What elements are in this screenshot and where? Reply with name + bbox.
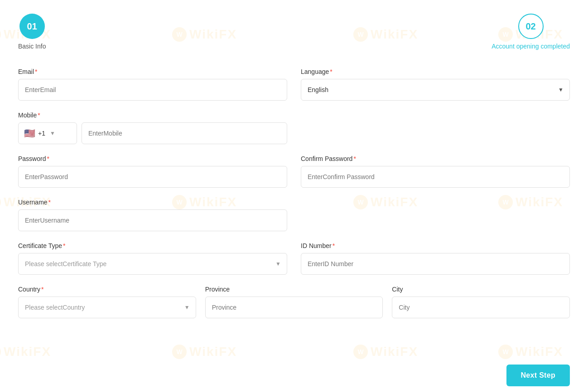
email-required: *	[35, 68, 37, 75]
id-number-group: ID Number*	[301, 242, 570, 275]
province-input[interactable]	[205, 297, 383, 318]
next-step-button[interactable]: Next Step	[506, 365, 570, 386]
mobile-label: Mobile*	[18, 112, 287, 119]
certificate-type-select[interactable]: Please selectCertificate Type Passport I…	[18, 253, 287, 275]
mobile-row: 🇺🇸 +1 ▼	[18, 122, 287, 144]
province-label: Province	[205, 286, 383, 293]
flag-icon: 🇺🇸	[24, 128, 35, 139]
certificate-type-select-wrapper: Please selectCertificate Type Passport I…	[18, 253, 287, 275]
country-label: Country*	[18, 286, 196, 293]
id-number-label: ID Number*	[301, 242, 570, 249]
certificate-type-group: Certificate Type* Please selectCertifica…	[18, 242, 287, 275]
mobile-input[interactable]	[82, 122, 287, 144]
city-group: City	[392, 286, 570, 318]
language-select-wrapper: English Chinese Spanish French German Ja…	[301, 79, 570, 101]
email-label: Email*	[18, 68, 287, 75]
mobile-required: *	[38, 112, 40, 119]
certificate-type-label: Certificate Type*	[18, 242, 287, 249]
language-label: Language*	[301, 68, 570, 75]
id-number-input[interactable]	[301, 253, 570, 275]
confirm-password-group: Confirm Password*	[301, 155, 570, 188]
location-row: Country* Please selectCountry United Sta…	[18, 286, 570, 318]
country-select-wrapper: Please selectCountry United States China…	[18, 297, 196, 318]
city-label: City	[392, 286, 570, 293]
language-group: Language* English Chinese Spanish French…	[301, 68, 570, 101]
confirm-password-input[interactable]	[301, 166, 570, 188]
username-group: Username*	[18, 199, 287, 231]
country-code-chevron-icon: ▼	[50, 130, 55, 136]
password-input[interactable]	[18, 166, 287, 188]
step-2-label: Account opening completed	[492, 43, 570, 50]
language-select[interactable]: English Chinese Spanish French German Ja…	[301, 79, 570, 101]
password-group: Password*	[18, 155, 287, 188]
step-1: 01 Basic Info	[18, 14, 46, 50]
password-required: *	[47, 155, 49, 162]
country-select[interactable]: Please selectCountry United States China…	[18, 297, 196, 318]
country-code-text: +1	[38, 130, 45, 137]
registration-form: Email* Language* English Chinese Spanish…	[18, 68, 570, 318]
username-input[interactable]	[18, 209, 287, 231]
country-required: *	[41, 286, 43, 293]
email-input[interactable]	[18, 79, 287, 101]
username-required: *	[48, 199, 51, 206]
step-1-circle: 01	[19, 14, 45, 39]
confirm-password-label: Confirm Password*	[301, 155, 570, 162]
step-2: 02 Account opening completed	[492, 14, 570, 50]
step-2-circle: 02	[518, 14, 544, 39]
username-label: Username*	[18, 199, 287, 206]
country-group: Country* Please selectCountry United Sta…	[18, 286, 196, 318]
confirm-password-required: *	[353, 155, 356, 162]
email-group: Email*	[18, 68, 287, 101]
id-number-required: *	[333, 242, 335, 249]
password-label: Password*	[18, 155, 287, 162]
username-spacer	[301, 199, 570, 231]
step-1-label: Basic Info	[18, 43, 46, 50]
language-required: *	[330, 68, 332, 75]
stepper: 01 Basic Info 02 Account opening complet…	[18, 14, 570, 50]
province-group: Province	[205, 286, 383, 318]
certificate-type-required: *	[63, 242, 65, 249]
country-code-select[interactable]: 🇺🇸 +1 ▼	[18, 122, 77, 144]
mobile-spacer	[301, 112, 570, 144]
mobile-group: Mobile* 🇺🇸 +1 ▼	[18, 112, 287, 144]
city-input[interactable]	[392, 297, 570, 318]
bottom-bar: Next Step	[0, 362, 588, 389]
